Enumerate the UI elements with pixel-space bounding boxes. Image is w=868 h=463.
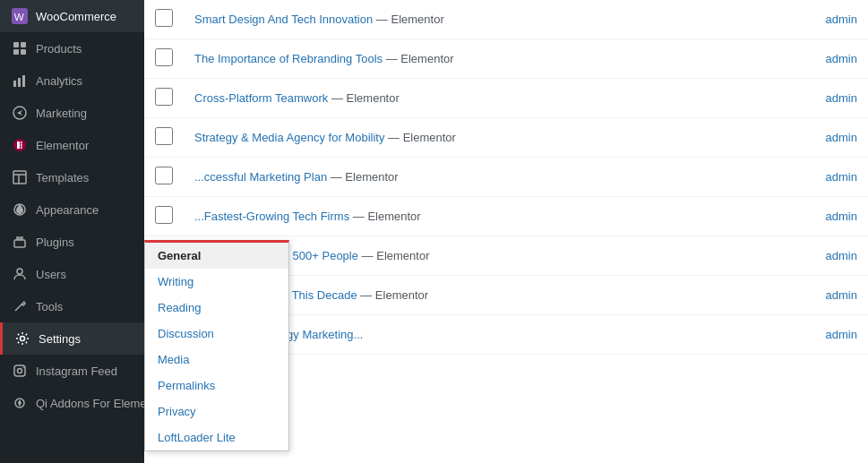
svg-rect-2 bbox=[13, 42, 19, 47]
sidebar-item-elementor[interactable]: Elementor bbox=[0, 129, 144, 161]
templates-icon bbox=[11, 168, 29, 186]
post-checkbox[interactable] bbox=[155, 9, 173, 27]
svg-rect-7 bbox=[18, 78, 21, 87]
svg-point-24 bbox=[22, 366, 24, 368]
sidebar-item-users[interactable]: Users bbox=[0, 258, 144, 290]
post-meta: — Elementor bbox=[376, 13, 444, 26]
table-row: ...ccessful Marketing Plan — Elementor a… bbox=[144, 158, 868, 197]
post-checkbox[interactable] bbox=[155, 206, 173, 224]
svg-point-21 bbox=[21, 337, 25, 341]
sidebar-item-templates-label: Templates bbox=[36, 171, 89, 184]
post-checkbox[interactable] bbox=[155, 48, 173, 66]
post-checkbox[interactable] bbox=[155, 88, 173, 106]
sidebar-item-analytics[interactable]: Analytics bbox=[0, 64, 144, 97]
submenu-item-privacy[interactable]: Privacy bbox=[145, 399, 288, 424]
sidebar-item-appearance[interactable]: Appearance bbox=[0, 193, 144, 226]
sidebar-item-qi-addons-label: Qi Addons For Elementor bbox=[36, 397, 144, 410]
svg-rect-3 bbox=[21, 42, 26, 47]
post-meta: — Elementor bbox=[388, 131, 456, 144]
post-title-cell: ...ccessful Marketing Plan — Elementor bbox=[184, 158, 796, 197]
submenu-item-reading[interactable]: Reading bbox=[145, 295, 288, 321]
row-checkbox-cell bbox=[144, 39, 184, 79]
post-title-cell: Cross-Platform Teamwork — Elementor bbox=[184, 79, 796, 118]
post-author: admin bbox=[796, 158, 868, 197]
sidebar-item-settings[interactable]: Settings bbox=[0, 322, 144, 355]
post-meta: — Elementor bbox=[386, 52, 454, 65]
post-checkbox[interactable] bbox=[155, 127, 173, 145]
sidebar-item-elementor-label: Elementor bbox=[36, 139, 89, 152]
svg-rect-5 bbox=[21, 49, 26, 55]
products-icon bbox=[11, 39, 29, 57]
post-author: admin bbox=[796, 276, 868, 315]
post-title-cell: Strategy & Media Agency for Mobility — E… bbox=[184, 118, 796, 158]
post-author: admin bbox=[796, 236, 868, 276]
settings-icon bbox=[13, 330, 31, 347]
post-meta: — Elementor bbox=[331, 91, 400, 105]
svg-rect-15 bbox=[13, 171, 26, 184]
post-checkbox[interactable] bbox=[155, 167, 173, 184]
svg-rect-4 bbox=[13, 49, 19, 55]
table-row: Strategy & Media Agency for Mobility — E… bbox=[144, 118, 868, 158]
submenu-item-media[interactable]: Media bbox=[145, 347, 288, 373]
post-title-link[interactable]: ...Fastest-Growing Tech Firms bbox=[194, 210, 349, 223]
sidebar-item-products-label: Products bbox=[36, 42, 82, 56]
sidebar-item-woocommerce-label: WooCommerce bbox=[36, 10, 116, 23]
analytics-icon bbox=[11, 72, 29, 90]
row-checkbox-cell bbox=[144, 0, 184, 39]
table-row: Smart Design And Tech Innovation — Eleme… bbox=[144, 0, 868, 39]
post-author: admin bbox=[796, 0, 868, 39]
row-checkbox-cell bbox=[144, 197, 184, 236]
post-title-link[interactable]: Cross-Platform Teamwork bbox=[194, 91, 328, 105]
post-title-cell: ...Fastest-Growing Tech Firms — Elemento… bbox=[184, 197, 796, 236]
svg-rect-12 bbox=[21, 141, 22, 144]
post-author: admin bbox=[796, 197, 868, 236]
svg-rect-13 bbox=[21, 144, 22, 147]
post-title-link[interactable]: Strategy & Media Agency for Mobility bbox=[194, 131, 384, 144]
submenu-item-discussion[interactable]: Discussion bbox=[145, 321, 288, 347]
post-author: admin bbox=[796, 39, 868, 79]
sidebar-item-marketing-label: Marketing bbox=[36, 107, 87, 120]
post-title-link[interactable]: ...ccessful Marketing Plan bbox=[194, 170, 327, 184]
table-row: ...Fastest-Growing Tech Firms — Elemento… bbox=[144, 197, 868, 236]
sidebar-item-tools[interactable]: Tools bbox=[0, 290, 144, 322]
svg-rect-14 bbox=[21, 147, 22, 149]
post-title-link[interactable]: Smart Design And Tech Innovation bbox=[194, 13, 373, 26]
sidebar-item-woocommerce[interactable]: W WooCommerce bbox=[0, 0, 144, 32]
svg-rect-6 bbox=[13, 81, 16, 87]
elementor-icon bbox=[11, 136, 29, 154]
sidebar-item-appearance-label: Appearance bbox=[36, 203, 99, 217]
post-title-cell: Smart Design And Tech Innovation — Eleme… bbox=[184, 0, 796, 39]
svg-rect-19 bbox=[14, 240, 25, 247]
sidebar-item-qi-addons[interactable]: Qi Addons For Elementor bbox=[0, 387, 144, 419]
sidebar-item-tools-label: Tools bbox=[36, 300, 63, 313]
svg-rect-11 bbox=[17, 141, 20, 149]
qi-addons-icon bbox=[11, 394, 29, 412]
submenu-item-general[interactable]: General bbox=[145, 243, 288, 269]
table-row: The Importance of Rebranding Tools — Ele… bbox=[144, 39, 868, 79]
sidebar-item-instagram-label: Instagram Feed bbox=[36, 364, 117, 378]
row-checkbox-cell bbox=[144, 158, 184, 197]
sidebar: W WooCommerce Products Analytics Marketi… bbox=[0, 0, 144, 463]
post-title-link[interactable]: The Importance of Rebranding Tools bbox=[194, 52, 382, 65]
submenu-item-loftloader[interactable]: LoftLoader Lite bbox=[145, 424, 288, 450]
sidebar-item-plugins[interactable]: Plugins bbox=[0, 226, 144, 258]
post-title-cell: The Importance of Rebranding Tools — Ele… bbox=[184, 39, 796, 79]
post-meta: — Elementor bbox=[362, 249, 430, 262]
marketing-icon bbox=[11, 104, 29, 122]
settings-submenu: General Writing Reading Discussion Media… bbox=[144, 240, 289, 451]
sidebar-item-marketing[interactable]: Marketing bbox=[0, 97, 144, 129]
sidebar-item-plugins-label: Plugins bbox=[36, 236, 74, 249]
post-author: admin bbox=[796, 79, 868, 118]
row-checkbox-cell bbox=[144, 79, 184, 118]
users-icon bbox=[11, 265, 29, 283]
row-checkbox-cell bbox=[144, 118, 184, 158]
submenu-item-writing[interactable]: Writing bbox=[145, 269, 288, 295]
woocommerce-icon: W bbox=[11, 7, 29, 25]
submenu-item-permalinks[interactable]: Permalinks bbox=[145, 373, 288, 399]
sidebar-item-instagram-feed[interactable]: Instagram Feed bbox=[0, 355, 144, 387]
sidebar-item-templates[interactable]: Templates bbox=[0, 161, 144, 193]
svg-text:W: W bbox=[14, 11, 24, 22]
post-meta: — Elementor bbox=[360, 288, 428, 302]
svg-rect-8 bbox=[22, 75, 25, 87]
sidebar-item-products[interactable]: Products bbox=[0, 32, 144, 64]
